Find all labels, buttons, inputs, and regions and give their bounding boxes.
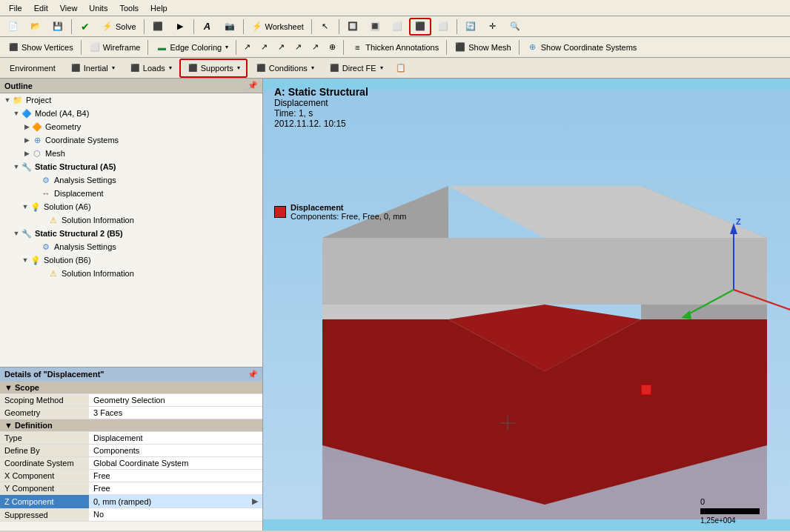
tree-coord-systems[interactable]: ▶ ⊕ Coordinate Systems bbox=[0, 133, 262, 147]
new-button[interactable]: 📄 bbox=[3, 19, 24, 35]
menu-help[interactable]: Help bbox=[145, 2, 173, 14]
details-pin[interactable]: 📌 bbox=[248, 370, 258, 379]
x-component-value[interactable]: Free bbox=[89, 470, 262, 482]
suppressed-value[interactable]: No bbox=[89, 508, 262, 521]
show-coord-systems-button[interactable]: ⊕ Show Coordinate Systems bbox=[522, 39, 642, 56]
outline-title: Outline bbox=[4, 82, 33, 90]
tool4-icon: 🔳 bbox=[369, 21, 381, 33]
annot5-button[interactable]: ↗ bbox=[308, 40, 323, 54]
tool1-button[interactable]: ⬛ bbox=[147, 19, 168, 35]
menu-tools[interactable]: Tools bbox=[113, 2, 145, 14]
conditions-button[interactable]: ⬛ Conditions ▾ bbox=[248, 59, 321, 77]
tool2-button[interactable]: ▶ bbox=[170, 19, 190, 35]
annot1-button[interactable]: ↗ bbox=[239, 40, 255, 54]
annot6-button[interactable]: ⊕ bbox=[325, 40, 340, 54]
tree-solution-info-b6[interactable]: ⚠ Solution Information bbox=[0, 267, 262, 280]
tree-mesh[interactable]: ▶ ⬡ Mesh bbox=[0, 147, 262, 160]
open-button[interactable]: 📂 bbox=[25, 19, 46, 35]
annotation1-button[interactable]: A bbox=[197, 19, 218, 35]
check-button[interactable]: ✔ bbox=[75, 19, 96, 35]
mesh-icon: ⬡ bbox=[31, 147, 43, 159]
conditions-icon: ⬛ bbox=[255, 62, 267, 74]
tree-mesh-label: Mesh bbox=[45, 149, 65, 158]
tree-static-a5-label: Static Structural (A5) bbox=[35, 162, 116, 171]
show-mesh-button[interactable]: ⬛ Show Mesh bbox=[450, 39, 515, 56]
wireframe-label: Wireframe bbox=[103, 43, 141, 52]
menu-edit[interactable]: Edit bbox=[28, 2, 54, 14]
tree-solution-info-a6[interactable]: ⚠ Solution Information bbox=[0, 213, 262, 227]
menu-file[interactable]: File bbox=[3, 2, 28, 14]
annotation2-button[interactable]: 📷 bbox=[219, 19, 240, 35]
annot3-button[interactable]: ↗ bbox=[273, 40, 289, 54]
scope-collapse-icon[interactable]: ▼ bbox=[4, 383, 13, 392]
supports-button[interactable]: ⬛ Supports ▾ bbox=[179, 59, 248, 78]
tool7-button[interactable]: ⬜ bbox=[433, 19, 454, 35]
analysis-settings-b5-icon: ⚙ bbox=[40, 241, 52, 253]
geometry-row: Geometry 3 Faces bbox=[0, 407, 262, 419]
expand-project-icon: ▼ bbox=[3, 96, 12, 104]
tree-solution-b6[interactable]: ▼ 💡 Solution (B6) bbox=[0, 253, 262, 267]
solve-button[interactable]: ⚡ Solve bbox=[97, 19, 141, 35]
tree-displacement-label: Displacement bbox=[54, 189, 104, 198]
scoping-method-value[interactable]: Geometry Selection bbox=[89, 394, 262, 407]
tree-analysis-settings-b5[interactable]: ⚙ Analysis Settings bbox=[0, 240, 262, 253]
definition-collapse-icon[interactable]: ▼ bbox=[4, 421, 13, 430]
annot2-button[interactable]: ↗ bbox=[256, 40, 272, 54]
z-component-value[interactable]: 0, mm (ramped) ▶ bbox=[89, 495, 262, 508]
tree-analysis-settings-a5[interactable]: ⚙ Analysis Settings bbox=[0, 173, 262, 187]
model-icon: 🔷 bbox=[21, 107, 33, 119]
tool4-button[interactable]: 🔳 bbox=[365, 19, 385, 35]
tree-solution-a6[interactable]: ▼ 💡 Solution (A6) bbox=[0, 200, 262, 213]
environment-button[interactable]: Environment bbox=[3, 61, 62, 76]
tool9-button[interactable]: ✛ bbox=[482, 19, 503, 35]
zoom-button[interactable]: 🔍 bbox=[505, 19, 525, 35]
annot2-icon: ↗ bbox=[261, 42, 268, 52]
tool6-button[interactable]: ⬛ bbox=[409, 18, 431, 36]
define-by-value[interactable]: Components bbox=[89, 445, 262, 457]
coord-system-row: Coordinate System Global Coordinate Syst… bbox=[0, 457, 262, 470]
tree-sol-info-a6-label: Solution Information bbox=[62, 216, 134, 225]
outline-pin[interactable]: 📌 bbox=[248, 81, 258, 90]
tree-static-b5[interactable]: ▼ 🔧 Static Structural 2 (B5) bbox=[0, 227, 262, 240]
annot4-button[interactable]: ↗ bbox=[291, 40, 306, 54]
tree-static-a5[interactable]: ▼ 🔧 Static Structural (A5) bbox=[0, 160, 262, 173]
y-component-value[interactable]: Free bbox=[89, 482, 262, 495]
inertial-button[interactable]: ⬛ Inertial ▾ bbox=[63, 59, 122, 77]
menu-view[interactable]: View bbox=[54, 2, 84, 14]
tree-displacement[interactable]: ↔ Displacement bbox=[0, 187, 262, 200]
edge-coloring-button[interactable]: ▬ Edge Coloring ▾ bbox=[151, 39, 233, 56]
zoom-icon: 🔍 bbox=[509, 21, 521, 33]
expand-solution-a6-icon: ▼ bbox=[21, 202, 30, 211]
wireframe-button[interactable]: ⬜ Wireframe bbox=[84, 39, 145, 56]
save-button[interactable]: 💾 bbox=[47, 19, 68, 35]
loads-label: Loads bbox=[143, 64, 165, 73]
loads-button[interactable]: ⬛ Loads ▾ bbox=[122, 59, 179, 77]
tree-solution-b6-label: Solution (B6) bbox=[44, 256, 91, 265]
direct-fe-button[interactable]: ⬛ Direct FE ▾ bbox=[322, 59, 390, 77]
tool3-button[interactable]: 🔲 bbox=[342, 19, 363, 35]
tool5-button[interactable]: ⬜ bbox=[387, 19, 408, 35]
coord-system-value[interactable]: Global Coordinate System bbox=[89, 457, 262, 470]
tool8-button[interactable]: 🔄 bbox=[460, 19, 481, 35]
z-component-expand-arrow[interactable]: ▶ bbox=[252, 496, 258, 506]
edge-coloring-icon: ▬ bbox=[156, 41, 167, 53]
viewport-subtitle: Displacement bbox=[274, 98, 368, 108]
tree-geometry[interactable]: ▶ 🔶 Geometry bbox=[0, 120, 262, 133]
cursor-button[interactable]: ↖ bbox=[315, 19, 336, 35]
viewport[interactable]: 0 1,25e+004 Z X bbox=[263, 79, 790, 531]
sep1 bbox=[71, 19, 72, 34]
menu-units[interactable]: Units bbox=[83, 2, 113, 14]
tree-project[interactable]: ▼ 📁 Project bbox=[0, 93, 262, 107]
tree-analysis-b5-label: Analysis Settings bbox=[54, 242, 116, 251]
sep4 bbox=[243, 19, 244, 34]
wireframe-icon: ⬜ bbox=[89, 41, 101, 53]
show-vertices-button[interactable]: ⬛ Show Vertices bbox=[3, 39, 78, 56]
worksheet-label: Worksheet bbox=[265, 22, 304, 31]
thicken-button[interactable]: ≡ Thicken Annotations bbox=[347, 39, 443, 56]
tree-model[interactable]: ▼ 🔷 Model (A4, B4) bbox=[0, 107, 262, 120]
annotation1-icon: A bbox=[202, 21, 213, 33]
worksheet-button[interactable]: ⚡ Worksheet bbox=[247, 19, 308, 35]
show-mesh-icon: ⬛ bbox=[454, 41, 466, 53]
show-coord-systems-label: Show Coordinate Systems bbox=[541, 43, 637, 52]
worksheet2-button[interactable]: 📋 bbox=[391, 60, 411, 76]
